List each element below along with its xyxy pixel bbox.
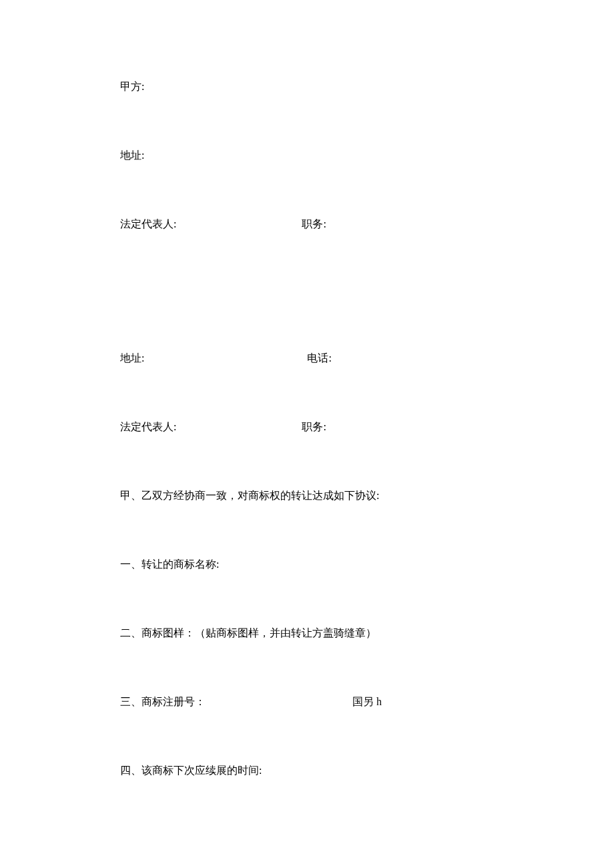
- party-a-label: 甲方:: [120, 80, 144, 94]
- phone-label: 电话:: [307, 352, 331, 366]
- address-2-line: 地址: 电话:: [120, 352, 494, 366]
- section-3-label: 三、商标注册号：: [120, 695, 206, 709]
- legal-rep-1-label: 法定代表人:: [120, 218, 176, 232]
- position-2-label: 职务:: [302, 420, 326, 434]
- section-1: 一、转让的商标名称:: [120, 558, 494, 572]
- legal-rep-1-line: 法定代表人: 职务:: [120, 218, 494, 232]
- document-page: 甲方: 地址: 法定代表人: 职务: 地址: 电话: 法定代表人: 职务: 甲、…: [0, 0, 614, 778]
- section-2: 二、商标图样：（贴商标图样，并由转让方盖骑缝章）: [120, 626, 494, 640]
- section-3: 三、商标注册号： 国另 h: [120, 695, 494, 709]
- position-1-label: 职务:: [302, 218, 326, 232]
- blank-line: [120, 286, 494, 297]
- legal-rep-2-line: 法定代表人: 职务:: [120, 420, 494, 434]
- address-1-label: 地址:: [120, 149, 144, 163]
- party-a-line: 甲方:: [120, 80, 494, 94]
- address-1-line: 地址:: [120, 149, 494, 163]
- intro-text: 甲、乙双方经协商一致，对商标权的转让达成如下协议:: [120, 489, 494, 503]
- section-4: 四、该商标下次应续展的时间:: [120, 764, 494, 778]
- legal-rep-2-label: 法定代表人:: [120, 420, 176, 434]
- section-3-right-label: 国另 h: [352, 695, 382, 709]
- address-2-label: 地址:: [120, 352, 144, 366]
